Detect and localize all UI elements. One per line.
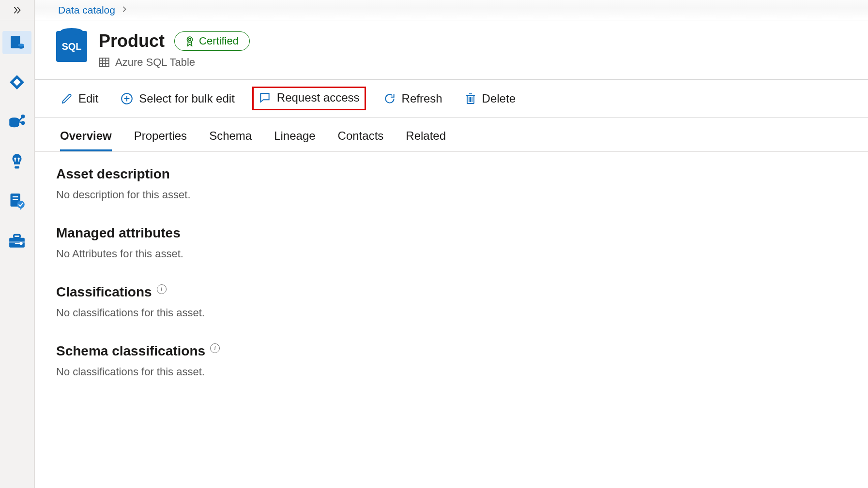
svg-rect-24 xyxy=(99,58,109,67)
select-bulk-edit-button[interactable]: Select for bulk edit xyxy=(116,89,239,108)
nav-insights[interactable] xyxy=(2,150,31,173)
pencil-icon xyxy=(61,93,73,104)
svg-point-2 xyxy=(18,44,24,46)
schema-classifications-body: No classifications for this asset. xyxy=(56,366,713,378)
tab-properties[interactable]: Properties xyxy=(134,129,187,151)
classifications-body: No classifications for this asset. xyxy=(56,307,713,319)
section-managed-attributes: Managed attributes No Attributes for thi… xyxy=(56,225,713,260)
toolbox-icon xyxy=(8,233,26,249)
asset-description-body: No description for this asset. xyxy=(56,189,713,201)
request-access-button[interactable]: Request access xyxy=(259,91,360,104)
section-schema-classifications: Schema classifications i No classificati… xyxy=(56,343,713,378)
breadcrumb-root[interactable]: Data catalog xyxy=(58,4,115,16)
asset-tabs: Overview Properties Schema Lineage Conta… xyxy=(35,118,868,152)
delete-button[interactable]: Delete xyxy=(460,89,520,108)
nav-data-catalog[interactable] xyxy=(2,31,31,54)
refresh-icon xyxy=(383,92,396,105)
svg-point-23 xyxy=(189,39,191,41)
edit-button[interactable]: Edit xyxy=(56,89,103,108)
sql-db-icon: SQL xyxy=(56,31,87,62)
request-access-highlight: Request access xyxy=(252,87,366,110)
asset-description-heading: Asset description xyxy=(56,166,170,182)
svg-rect-12 xyxy=(15,166,19,169)
map-icon xyxy=(9,74,25,90)
classifications-heading: Classifications xyxy=(56,284,152,300)
overview-panel: Asset description No description for thi… xyxy=(35,152,713,422)
managed-attributes-heading: Managed attributes xyxy=(56,225,181,241)
page-content: Data catalog SQL Product Certified xyxy=(35,0,868,422)
table-icon xyxy=(99,58,109,67)
chevron-right-icon xyxy=(121,6,128,15)
tab-contacts[interactable]: Contacts xyxy=(338,129,384,151)
svg-rect-15 xyxy=(13,199,18,200)
delete-label: Delete xyxy=(482,92,516,105)
schema-classifications-heading: Schema classifications xyxy=(56,343,205,359)
edit-label: Edit xyxy=(78,92,98,105)
svg-rect-18 xyxy=(14,235,20,237)
section-asset-description: Asset description No description for thi… xyxy=(56,166,713,201)
expand-rail-button[interactable] xyxy=(0,0,34,20)
svg-point-7 xyxy=(9,123,19,127)
breadcrumb: Data catalog xyxy=(35,0,868,20)
svg-point-16 xyxy=(17,201,25,208)
info-icon[interactable]: i xyxy=(210,343,220,353)
nav-data-map[interactable] xyxy=(2,71,31,94)
nav-policies[interactable] xyxy=(2,190,31,213)
trash-icon xyxy=(465,92,476,105)
svg-rect-21 xyxy=(15,243,21,244)
asset-toolbar: Edit Select for bulk edit Request access… xyxy=(35,80,868,118)
info-icon[interactable]: i xyxy=(157,284,167,294)
refresh-button[interactable]: Refresh xyxy=(379,89,447,108)
asset-type-label: Azure SQL Table xyxy=(115,56,195,69)
section-classifications: Classifications i No classifications for… xyxy=(56,284,713,319)
svg-point-22 xyxy=(187,37,193,42)
nav-data-share[interactable] xyxy=(2,110,31,133)
ribbon-icon xyxy=(185,36,194,46)
share-icon xyxy=(8,113,26,131)
tab-schema[interactable]: Schema xyxy=(209,129,252,151)
svg-rect-14 xyxy=(13,196,18,197)
policy-icon xyxy=(9,192,25,210)
tab-related[interactable]: Related xyxy=(406,129,446,151)
refresh-label: Refresh xyxy=(402,92,442,105)
managed-attributes-body: No Attributes for this asset. xyxy=(56,248,713,260)
request-access-label: Request access xyxy=(277,91,360,104)
tab-overview[interactable]: Overview xyxy=(60,129,112,151)
nav-management[interactable] xyxy=(2,229,31,252)
chevron-double-right-icon xyxy=(12,5,22,15)
asset-header: SQL Product Certified Azure SQL xyxy=(35,20,868,80)
certification-badge: Certified xyxy=(174,31,250,51)
tab-lineage[interactable]: Lineage xyxy=(274,129,315,151)
left-nav-rail xyxy=(0,0,35,488)
bulk-edit-label: Select for bulk edit xyxy=(139,92,234,105)
asset-title: Product xyxy=(99,31,165,51)
lightbulb-icon xyxy=(10,153,24,170)
catalog-icon xyxy=(9,34,25,51)
certification-label: Certified xyxy=(199,35,239,47)
plus-circle-icon xyxy=(121,92,133,105)
chat-icon xyxy=(259,91,271,104)
